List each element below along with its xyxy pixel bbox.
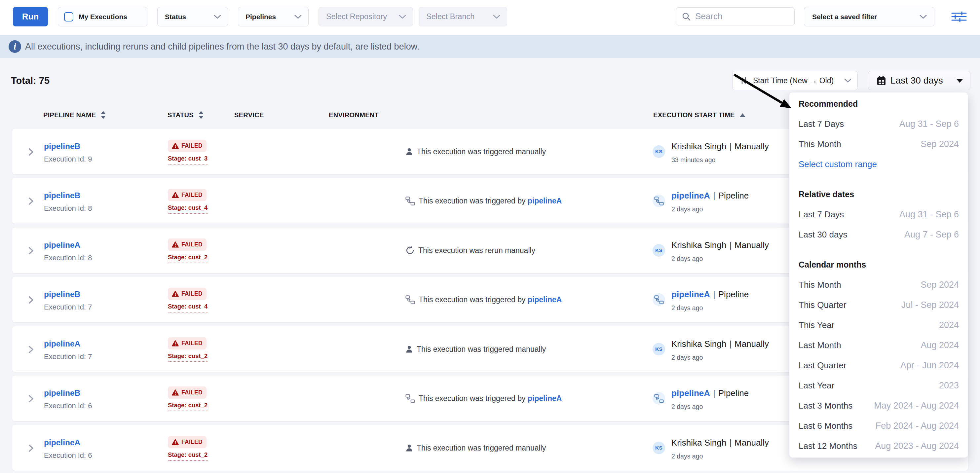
pipeline-chain-icon — [406, 394, 415, 403]
status-badge-label: FAILED — [181, 389, 202, 396]
failed-stage-label[interactable]: Stage: cust_4 — [168, 303, 207, 313]
search-input[interactable] — [695, 11, 789, 21]
execution-time: 33 minutes ago — [671, 155, 715, 165]
failed-stage-label[interactable]: Stage: cust_3 — [168, 155, 207, 165]
expand-row-chevron-icon[interactable] — [26, 295, 36, 305]
avatar: KS — [652, 244, 665, 257]
actor-link[interactable]: pipelineA — [671, 388, 710, 398]
chevron-down-icon — [294, 14, 302, 19]
pipeline-name-link[interactable]: pipelineB — [44, 388, 80, 398]
run-button[interactable]: Run — [13, 7, 48, 26]
date-range-option-label: This Year — [799, 320, 834, 330]
pipeline-name-link[interactable]: pipelineA — [44, 338, 80, 349]
column-header-status[interactable]: STATUS — [167, 110, 204, 121]
actor-link[interactable]: pipelineA — [671, 289, 710, 300]
status-badge-label: FAILED — [181, 290, 202, 297]
failed-stage-label[interactable]: Stage: cust_4 — [168, 204, 207, 214]
date-range-option[interactable]: Last MonthAug 2024 — [799, 335, 959, 356]
trigger-method: Manually — [735, 240, 769, 250]
date-range-button[interactable]: Last 30 days — [868, 71, 970, 90]
column-header-pipeline-name[interactable]: PIPELINE NAME — [43, 110, 106, 121]
pipeline-chain-icon — [406, 295, 415, 304]
info-banner-text: All executions, including reruns and chi… — [25, 35, 419, 58]
pipeline-name-link[interactable]: pipelineA — [44, 240, 80, 250]
date-range-option-label: Last 30 days — [799, 230, 847, 240]
date-range-option[interactable]: Last 3 MonthsMay 2024 - Aug 2024 — [799, 396, 959, 416]
trigger-pipeline-link[interactable]: pipelineA — [528, 394, 562, 403]
status-badge-label: FAILED — [181, 340, 202, 347]
chevron-down-icon — [399, 14, 406, 19]
failed-stage-label[interactable]: Stage: cust_2 — [168, 352, 207, 362]
sort-both-icon — [198, 111, 204, 119]
info-icon: i — [9, 40, 21, 53]
execution-id: Execution Id: 8 — [44, 204, 92, 213]
repository-filter-dropdown[interactable]: Select Repository — [318, 7, 413, 26]
trigger-info: This execution was triggered manually — [406, 129, 546, 175]
date-range-option[interactable]: Last 7 DaysAug 31 - Sep 6 — [799, 114, 959, 134]
expand-row-chevron-icon[interactable] — [26, 147, 36, 157]
branch-filter-label: Select Branch — [426, 12, 474, 21]
my-executions-checkbox[interactable] — [64, 12, 73, 21]
avatar: KS — [652, 145, 665, 158]
failed-stage-label[interactable]: Stage: cust_2 — [168, 254, 207, 263]
date-range-option[interactable]: Last 7 DaysAug 31 - Sep 6 — [799, 205, 959, 225]
date-range-option-label: Last 12 Months — [799, 441, 858, 451]
trigger-text: This execution was rerun manually — [418, 246, 535, 255]
date-range-option[interactable]: Last QuarterApr - Jun 2024 — [799, 356, 959, 376]
select-custom-range-link[interactable]: Select custom range — [799, 159, 877, 170]
trigger-pipeline-link[interactable]: pipelineA — [528, 197, 562, 205]
saved-filter-dropdown[interactable]: Select a saved filter — [804, 7, 934, 26]
triggered-by: pipelineA|Pipeline — [671, 289, 749, 300]
expand-row-chevron-icon[interactable] — [26, 344, 36, 354]
date-range-option[interactable]: Last 12 MonthsAug 2023 - Aug 2024 — [799, 436, 959, 456]
execution-id: Execution Id: 7 — [44, 352, 92, 361]
column-header-execution-start-time[interactable]: EXECUTION START TIME — [653, 110, 746, 121]
expand-row-chevron-icon[interactable] — [26, 196, 36, 206]
warning-icon — [172, 143, 179, 149]
date-range-option[interactable]: Last 30 daysAug 7 - Sep 6 — [799, 225, 959, 245]
pipeline-name-link[interactable]: pipelineB — [44, 190, 80, 201]
date-range-option[interactable]: This Year2024 — [799, 315, 959, 335]
pipeline-name-link[interactable]: pipelineB — [44, 141, 80, 152]
my-executions-toggle[interactable]: My Executions — [58, 7, 147, 26]
pipeline-name-link[interactable]: pipelineA — [44, 437, 80, 448]
sort-both-icon — [100, 111, 106, 119]
status-badge: FAILED — [168, 288, 207, 300]
toolbar: Run My Executions Status Pipelines Selec… — [0, 0, 980, 35]
trigger-info: This execution was triggered by pipeline… — [406, 376, 562, 421]
pipeline-executions-page: Run My Executions Status Pipelines Selec… — [0, 0, 980, 473]
expand-row-chevron-icon[interactable] — [26, 394, 36, 404]
failed-stage-label[interactable]: Stage: cust_2 — [168, 402, 207, 411]
date-range-option-label: This Quarter — [799, 300, 846, 310]
status-filter-dropdown[interactable]: Status — [157, 7, 228, 26]
trigger-text-main: This execution was rerun manually — [418, 246, 535, 255]
separator: | — [726, 339, 735, 349]
failed-stage-label[interactable]: Stage: cust_2 — [168, 451, 207, 461]
person-icon — [406, 147, 413, 156]
sort-order-label: Start Time (New → Old) — [753, 76, 834, 85]
column-header-service: SERVICE — [234, 110, 264, 121]
status-badge: FAILED — [168, 238, 207, 251]
execution-time: 2 days ago — [671, 353, 703, 362]
trigger-method: Pipeline — [718, 289, 749, 300]
sort-order-dropdown[interactable]: Start Time (New → Old) — [732, 71, 858, 90]
date-range-option[interactable]: This MonthSep 2024 — [799, 275, 959, 295]
date-range-label: Last 30 days — [891, 75, 943, 86]
trigger-text: This execution was triggered by pipeline… — [418, 197, 562, 205]
date-range-option-value: Sep 2024 — [921, 280, 959, 290]
trigger-pipeline-link[interactable]: pipelineA — [528, 295, 562, 304]
pipeline-name-link[interactable]: pipelineB — [44, 289, 80, 300]
date-range-option[interactable]: Last Year2023 — [799, 376, 959, 396]
expand-row-chevron-icon[interactable] — [26, 443, 36, 453]
date-range-option-label: This Month — [799, 139, 841, 149]
date-range-option[interactable]: This MonthSep 2024 — [799, 134, 959, 154]
filter-settings-icon[interactable] — [951, 11, 967, 22]
pipelines-filter-dropdown[interactable]: Pipelines — [238, 7, 309, 26]
date-range-option[interactable]: This QuarterJul - Sep 2024 — [799, 295, 959, 315]
date-range-option-value: Aug 31 - Sep 6 — [899, 119, 959, 129]
branch-filter-dropdown[interactable]: Select Branch — [418, 7, 507, 26]
pipeline-avatar-icon — [652, 195, 665, 207]
date-range-option[interactable]: Last 6 MonthsFeb 2024 - Aug 2024 — [799, 416, 959, 436]
expand-row-chevron-icon[interactable] — [26, 246, 36, 256]
actor-link[interactable]: pipelineA — [671, 190, 710, 201]
